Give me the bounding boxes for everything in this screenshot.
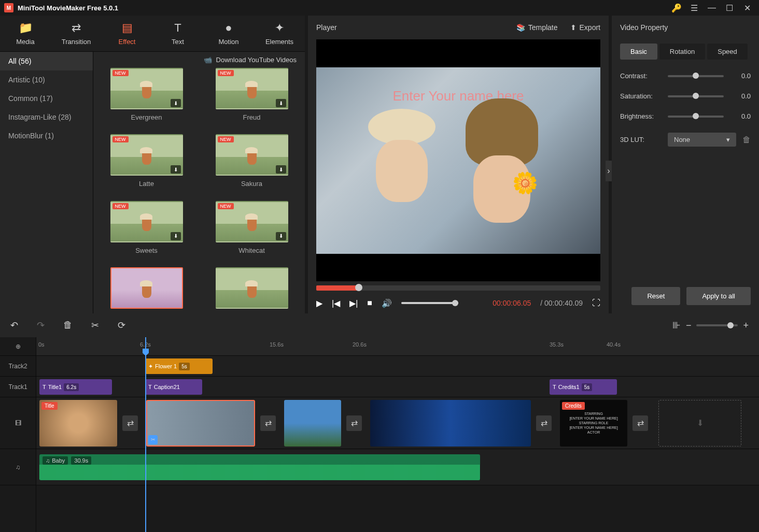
saturation-slider[interactable] [668, 95, 724, 97]
tab-media[interactable]: 📁Media [0, 16, 51, 51]
download-youtube-link[interactable]: Download YouTube Videos [216, 56, 297, 64]
template-icon: 📚 [516, 23, 525, 32]
tab-motion[interactable]: ●Motion [203, 16, 254, 51]
props-title: Video Property [612, 16, 759, 39]
effect-item[interactable]: NEW⬇Sweets [102, 201, 191, 259]
video-clip[interactable]: Title [39, 400, 117, 447]
video-clip[interactable] [284, 400, 341, 447]
zoom-slider[interactable] [696, 324, 738, 326]
tab-elements[interactable]: ✦Elements [254, 16, 305, 51]
contrast-slider[interactable] [668, 75, 724, 77]
video-clip[interactable]: ✂ [146, 400, 255, 447]
audio-clip[interactable]: ♫Baby 30.9s [39, 454, 480, 480]
track1-label: Track1 [0, 377, 36, 397]
element-clip[interactable]: ✦Flower 15s [145, 358, 213, 374]
new-badge: NEW [113, 203, 129, 209]
current-time: 00:00:06.05 [493, 299, 531, 307]
brightness-slider[interactable] [668, 116, 724, 118]
speed-button[interactable]: ⟳ [118, 320, 125, 331]
download-icon[interactable]: ⬇ [276, 232, 286, 240]
close-icon[interactable]: ✕ [739, 0, 755, 16]
props-tab-speed[interactable]: Speed [707, 44, 748, 60]
effect-item[interactable]: NEW⬇Evergreen [102, 68, 191, 126]
export-button[interactable]: ⬆Export [570, 23, 600, 32]
zoom-in-button[interactable]: + [743, 320, 749, 331]
new-badge: NEW [218, 203, 234, 209]
effect-cat-common[interactable]: Common (17) [0, 89, 93, 108]
lut-select[interactable]: None▾ [668, 133, 736, 147]
drop-zone[interactable]: ⬇ [658, 400, 741, 447]
prev-frame-button[interactable]: |◀ [332, 298, 340, 308]
effect-item[interactable]: NEW⬇Whitecat [207, 201, 297, 259]
tab-effect[interactable]: ▤Effect [102, 16, 152, 51]
volume-slider[interactable] [401, 302, 458, 304]
maximize-icon[interactable]: ☐ [722, 0, 737, 16]
download-icon[interactable]: ⬇ [276, 99, 286, 107]
transition-slot[interactable]: ⇄ [260, 415, 276, 431]
elements-icon: ✦ [275, 21, 284, 35]
download-icon[interactable]: ⬇ [171, 99, 181, 107]
key-icon[interactable]: 🔑 [669, 0, 684, 16]
effect-cat-motionblur[interactable]: MotionBlur (1) [0, 126, 93, 145]
template-button[interactable]: 📚Template [516, 23, 558, 32]
video-clip[interactable]: CreditsSTARRING[ENTER YOUR NAME HERE]STA… [560, 400, 627, 447]
tab-transition[interactable]: ⇄Transition [51, 16, 102, 51]
menu-icon[interactable]: ☰ [686, 0, 702, 16]
lut-label: 3D LUT: [620, 136, 662, 143]
text-clip[interactable]: TCredits15s [550, 379, 617, 395]
collapse-panel-button[interactable]: › [606, 161, 612, 181]
tab-label: Media [16, 38, 34, 46]
download-icon[interactable]: ⬇ [276, 165, 286, 174]
zoom-out-button[interactable]: − [686, 320, 692, 331]
split-button[interactable]: ✂ [91, 320, 99, 331]
effect-item[interactable]: NEW⬇Freud [207, 68, 297, 126]
download-icon[interactable]: ⬇ [171, 232, 181, 240]
playhead[interactable] [145, 337, 146, 532]
audio-track-icon: ♫ [0, 449, 36, 485]
text-clip[interactable]: TCaption21 [145, 379, 202, 395]
volume-icon[interactable]: 🔊 [382, 298, 392, 308]
apply-all-button[interactable]: Apply to all [686, 287, 751, 305]
delete-lut-icon[interactable]: 🗑 [742, 135, 751, 145]
stop-button[interactable]: ■ [367, 298, 372, 308]
fullscreen-icon[interactable]: ⛶ [592, 298, 600, 308]
props-tab-basic[interactable]: Basic [620, 44, 657, 60]
effect-item[interactable] [207, 267, 297, 313]
effect-item[interactable]: NEW⬇Sakura [207, 134, 297, 192]
tab-text[interactable]: TText [152, 16, 203, 51]
playback-progress[interactable] [316, 285, 600, 291]
add-track-button[interactable]: ⊕ [0, 337, 36, 356]
saturation-value: 0.0 [730, 92, 751, 100]
text-icon: T [43, 384, 46, 390]
effect-icon: ▤ [122, 21, 133, 35]
transition-slot[interactable]: ⇄ [346, 415, 362, 431]
effect-cat-all[interactable]: All (56) [0, 52, 93, 70]
props-tab-rotation[interactable]: Rotation [659, 44, 705, 60]
video-preview[interactable]: Enter Your name here 🌼 [316, 39, 600, 281]
star-icon: ✦ [148, 363, 153, 370]
effect-cat-artistic[interactable]: Artistic (10) [0, 70, 93, 89]
reset-button[interactable]: Reset [631, 287, 680, 305]
tab-label: Elements [265, 38, 293, 46]
fit-timeline-button[interactable]: ⊪ [672, 320, 681, 331]
undo-button[interactable]: ↶ [10, 320, 18, 331]
effect-name: Whitecat [238, 247, 265, 254]
download-icon[interactable]: ⬇ [171, 165, 181, 174]
text-clip[interactable]: TTitle16.2s [39, 379, 112, 395]
saturation-label: Saturation: [620, 92, 662, 100]
video-clip[interactable] [370, 400, 531, 447]
redo-button[interactable]: ↷ [37, 320, 45, 331]
transition-slot[interactable]: ⇄ [632, 415, 648, 431]
music-icon: ♫ [46, 457, 50, 464]
new-badge: NEW [218, 70, 234, 76]
play-button[interactable]: ▶ [316, 298, 322, 308]
minimize-icon[interactable]: — [704, 0, 720, 16]
effect-item[interactable] [102, 267, 191, 313]
transition-slot[interactable]: ⇄ [536, 415, 552, 431]
transition-slot[interactable]: ⇄ [122, 415, 138, 431]
next-frame-button[interactable]: ▶| [349, 298, 358, 308]
delete-button[interactable]: 🗑 [63, 320, 73, 331]
effect-item[interactable]: NEW⬇Latte [102, 134, 191, 192]
effect-cat-instagram[interactable]: Instagram-Like (28) [0, 108, 93, 126]
tab-label: Transition [62, 38, 91, 46]
